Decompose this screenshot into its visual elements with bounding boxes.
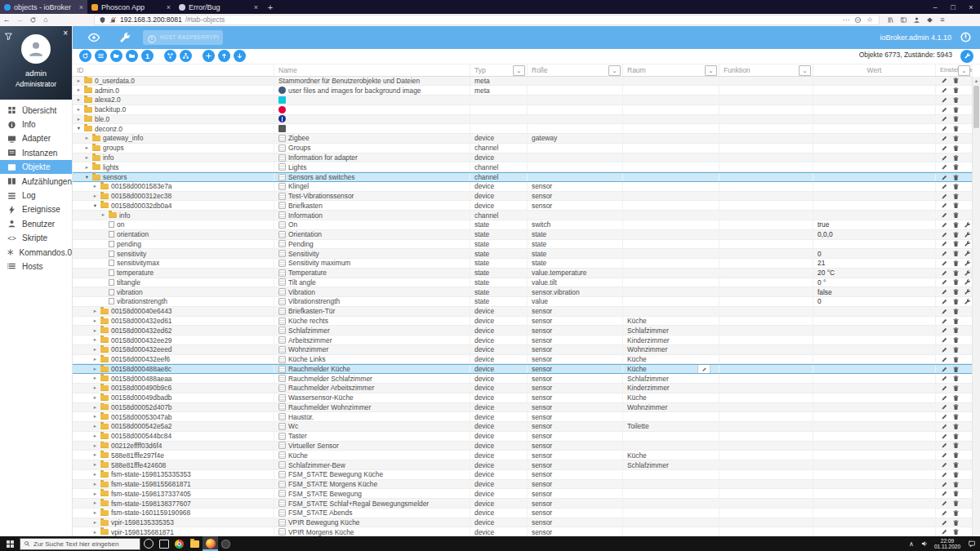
delete-object-button[interactable]	[952, 403, 960, 411]
edit-object-button[interactable]	[941, 356, 948, 363]
delete-object-button[interactable]	[952, 260, 960, 267]
add-object-button[interactable]	[203, 50, 215, 62]
edit-object-button[interactable]	[941, 211, 948, 219]
column-settings-button[interactable]	[960, 50, 973, 63]
new-tab-button[interactable]: +	[262, 0, 278, 14]
edit-object-button[interactable]	[941, 346, 948, 353]
object-row[interactable]: ▸backitup.0	[73, 105, 972, 115]
expand-icon[interactable]: ▸	[92, 395, 98, 401]
delete-object-button[interactable]	[952, 202, 960, 209]
sidebar-item-skripte[interactable]: <>Skripte	[0, 231, 72, 245]
delete-object-button[interactable]	[952, 384, 960, 392]
edit-object-button[interactable]	[941, 154, 948, 162]
file-explorer-icon[interactable]	[187, 536, 203, 551]
edit-object-button[interactable]	[941, 260, 948, 267]
expand-icon[interactable]: ▸	[92, 530, 98, 535]
edit-object-button[interactable]	[941, 423, 948, 430]
object-row[interactable]: ▸fsm-state-1598137337405FSM_STATE Bewegu…	[73, 489, 972, 499]
object-row[interactable]: temperatureTemperaturestatevalue.tempera…	[73, 269, 972, 278]
edit-object-button[interactable]	[941, 461, 948, 469]
object-row[interactable]: ▸00158d00049dbadbWassersensor-Küchedevic…	[73, 393, 972, 403]
expand-icon[interactable]: ▸	[92, 375, 98, 381]
window-minimize-button[interactable]: –	[926, 0, 944, 14]
delete-object-button[interactable]	[952, 413, 960, 420]
delete-object-button[interactable]	[952, 481, 960, 488]
object-row[interactable]: ▸00158d000432ee29Arbeitszimmerdevicesens…	[73, 335, 972, 345]
object-row[interactable]: ▸vpir-1598135681871VPIR Morgens Küchedev…	[73, 527, 972, 536]
delete-object-button[interactable]	[952, 163, 960, 171]
window-maximize-button[interactable]: □	[944, 0, 962, 14]
edit-object-button[interactable]	[941, 442, 948, 449]
column-filter-select[interactable]: ⌄	[958, 65, 970, 76]
edit-value-button[interactable]	[964, 240, 971, 247]
host-button[interactable]: HOST RASPBERRYPI	[143, 30, 223, 45]
forward-button[interactable]: →	[13, 16, 26, 24]
object-row[interactable]: sensitivitySensitivitystatestate0	[73, 249, 972, 259]
edit-object-button[interactable]	[941, 77, 948, 84]
delete-object-button[interactable]	[952, 423, 960, 430]
object-row[interactable]: ▸00158d000432eef6Küche Linksdevicesensor…	[73, 355, 972, 365]
edit-object-button[interactable]	[941, 298, 948, 305]
chrome-icon[interactable]	[172, 536, 187, 551]
delete-object-button[interactable]	[952, 221, 960, 229]
edit-value-button[interactable]	[964, 250, 971, 257]
object-row[interactable]: ▾sensorsSensors and switcheschannel	[73, 172, 972, 182]
delete-object-button[interactable]	[952, 394, 960, 402]
expand-icon[interactable]: ▸	[92, 385, 98, 391]
edit-object-button[interactable]	[941, 375, 948, 382]
expand-icon[interactable]: ▸	[76, 97, 82, 103]
edit-object-button[interactable]	[941, 221, 948, 229]
upload-button[interactable]	[218, 50, 230, 62]
download-button[interactable]	[234, 50, 246, 62]
delete-object-button[interactable]	[952, 278, 960, 286]
delete-object-button[interactable]	[952, 250, 960, 257]
edit-object-button[interactable]	[941, 163, 948, 171]
delete-object-button[interactable]	[952, 451, 960, 459]
delete-object-button[interactable]	[952, 106, 960, 113]
expand-icon[interactable]: ▸	[92, 443, 98, 449]
delete-object-button[interactable]	[952, 115, 960, 122]
collapse-icon[interactable]: ▾	[92, 203, 98, 209]
expand-icon[interactable]: ▸	[76, 87, 82, 93]
object-row[interactable]: ▸fsm-state-1598135335353FSM_STATE Bewegu…	[73, 470, 972, 480]
sidebar-item-instanzen[interactable]: Instanzen	[0, 146, 72, 160]
edit-object-button[interactable]	[941, 509, 948, 517]
edit-value-button[interactable]	[964, 231, 971, 238]
delete-object-button[interactable]	[952, 288, 960, 295]
edit-object-button[interactable]	[941, 231, 948, 238]
tree-view-button[interactable]	[180, 50, 192, 62]
edit-object-button[interactable]	[941, 471, 948, 478]
expand-icon[interactable]: ▸	[92, 357, 98, 362]
object-row[interactable]: ▾00158d00032db0a4Briefkastendevicesensor	[73, 201, 972, 211]
object-row[interactable]: ▸00158d000490b9c6Rauchmelder Arbeitszimm…	[73, 384, 972, 393]
object-row[interactable]: ▸infoInformationchannel	[73, 211, 972, 220]
refresh-button[interactable]	[79, 50, 91, 62]
column-filter-select[interactable]: ⌄	[513, 65, 525, 76]
sidebar-close-icon[interactable]: ×	[63, 29, 68, 38]
expand-icon[interactable]: ▸	[92, 347, 98, 353]
delete-object-button[interactable]	[952, 154, 960, 162]
edit-object-button[interactable]	[941, 451, 948, 459]
delete-object-button[interactable]	[952, 174, 960, 181]
delete-object-button[interactable]	[952, 327, 960, 334]
delete-object-button[interactable]	[952, 231, 960, 238]
settings-wrench-icon[interactable]	[118, 31, 131, 44]
url-bar[interactable]: 192.168.3.200:8081 /#tab-objects ⋯ ☆	[95, 16, 879, 24]
object-row[interactable]: sensitivitymaxSensitivity maximumstatest…	[73, 259, 972, 269]
edit-object-button[interactable]	[941, 490, 948, 497]
delete-object-button[interactable]	[952, 442, 960, 449]
sidebar-item-info[interactable]: Info	[0, 118, 72, 131]
expert-eye-icon[interactable]	[87, 31, 100, 44]
edit-object-button[interactable]	[941, 202, 948, 209]
object-row[interactable]: ▸00158d000312ec38Test-Vibrationssensorde…	[73, 192, 972, 202]
edit-value-button[interactable]	[964, 298, 971, 305]
expand-icon[interactable]: ▸	[92, 482, 98, 487]
expand-icon[interactable]: ▸	[84, 155, 90, 161]
object-row[interactable]: ▸00158d00053047abHaustür.devicesensor	[73, 412, 972, 422]
delete-object-button[interactable]	[952, 308, 960, 315]
delete-object-button[interactable]	[952, 509, 960, 517]
expand-icon[interactable]: ▸	[84, 145, 90, 151]
tab-close-icon[interactable]: ×	[254, 3, 258, 11]
edit-object-button[interactable]	[941, 250, 948, 257]
expand-icon[interactable]: ▸	[92, 500, 98, 506]
